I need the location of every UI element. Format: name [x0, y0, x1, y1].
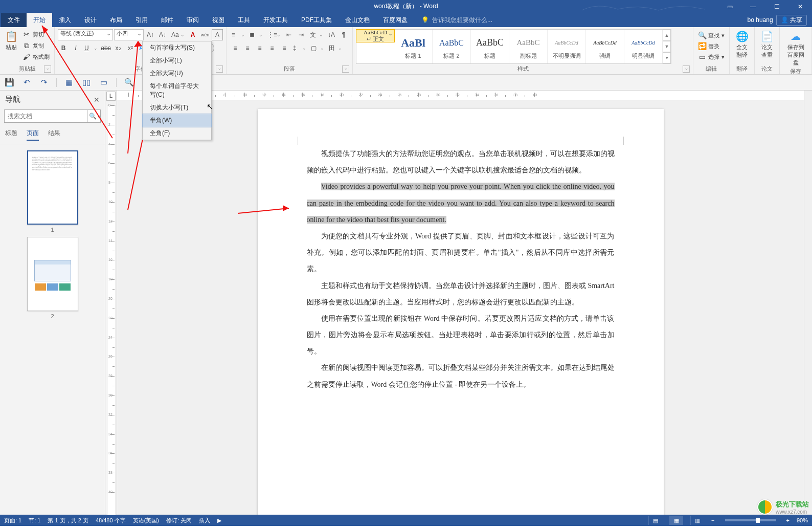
status-lang[interactable]: 英语(美国): [133, 517, 159, 524]
tab-baidu[interactable]: 百度网盘: [376, 13, 414, 27]
view-print-button[interactable]: ▦: [669, 516, 683, 525]
font-name-select[interactable]: 等线 (西文正): [58, 29, 113, 40]
underline-button[interactable]: U: [82, 42, 99, 54]
bold-button[interactable]: B: [58, 42, 69, 54]
nav-close-button[interactable]: ✕: [94, 96, 100, 104]
qat-breaks-button[interactable]: ▭: [99, 77, 109, 87]
menu-half-width[interactable]: 半角(W): [142, 114, 212, 127]
tab-view[interactable]: 视图: [206, 13, 231, 27]
menu-uppercase[interactable]: 全部大写(U): [143, 67, 211, 80]
style-subtitle[interactable]: AaBbC副标题: [509, 30, 548, 63]
menu-capitalize-each[interactable]: 每个单词首字母大写(C): [143, 80, 211, 101]
align-right-button[interactable]: ≡: [254, 42, 265, 54]
justify-button[interactable]: ≡: [266, 42, 278, 54]
grow-font-button[interactable]: A↑: [145, 29, 156, 40]
subscript-button[interactable]: x₂: [112, 42, 124, 54]
replace-button[interactable]: 🔁替换: [696, 41, 726, 51]
copy-button[interactable]: ⧉复制: [21, 40, 51, 51]
text-direction-button[interactable]: 文: [308, 29, 325, 40]
redo-button[interactable]: ↷: [39, 77, 49, 87]
status-words[interactable]: 48/480 个字: [96, 517, 126, 524]
qat-layout-button[interactable]: ▦: [64, 77, 74, 87]
ribbon-options-icon[interactable]: ▭: [718, 0, 741, 13]
menu-full-width[interactable]: 全角(F): [143, 127, 211, 140]
phonetic-guide-button[interactable]: A: [187, 29, 198, 40]
align-left-button[interactable]: ≡: [230, 42, 241, 54]
format-painter-button[interactable]: 🖌格式刷: [21, 52, 51, 62]
multilevel-button[interactable]: ⋮≡: [265, 29, 282, 40]
style-heading1[interactable]: AaBl标题 1: [394, 30, 433, 63]
nav-search-input[interactable]: [5, 110, 87, 122]
tab-layout[interactable]: 布局: [103, 13, 129, 27]
qat-find-button[interactable]: 🔍: [124, 77, 134, 87]
tab-insert[interactable]: 插入: [52, 13, 78, 27]
page-scroll[interactable]: 视频提供了功能强大的方法帮助您证明您的观点。当您单击联机视频时，可以在想要添加的…: [117, 91, 804, 515]
tab-selector[interactable]: L: [106, 92, 116, 101]
view-web-button[interactable]: ▥: [690, 516, 704, 525]
translate-button[interactable]: 🌐全文翻译: [733, 29, 751, 60]
style-heading2[interactable]: AaBbC标题 2: [433, 30, 471, 63]
tab-file[interactable]: 文件: [1, 13, 27, 27]
nav-tab-headings[interactable]: 标题: [5, 129, 17, 141]
change-case-button[interactable]: Aa: [169, 29, 186, 40]
paper-check-button[interactable]: 📄论文查重: [758, 29, 776, 60]
maximize-button[interactable]: ☐: [765, 0, 788, 13]
numbering-button[interactable]: ≣: [247, 29, 264, 40]
tell-me[interactable]: 💡告诉我您想要做什么...: [421, 13, 492, 27]
pinyin-button[interactable]: wén: [199, 29, 211, 40]
status-page[interactable]: 页面: 1: [4, 517, 21, 524]
menu-toggle-case[interactable]: 切换大小写(T): [143, 101, 211, 114]
status-section[interactable]: 节: 1: [29, 517, 40, 524]
superscript-button[interactable]: x²: [125, 42, 136, 54]
styles-launcher[interactable]: ⌵: [683, 65, 690, 73]
baidu-save-button[interactable]: ☁保存到百度网盘: [783, 29, 808, 68]
tab-design[interactable]: 设计: [78, 13, 103, 27]
sort-button[interactable]: ↓A: [326, 29, 337, 40]
font-launcher[interactable]: ⌵: [216, 65, 223, 73]
nav-tab-pages[interactable]: 页面: [27, 129, 39, 141]
status-track[interactable]: 修订: 关闭: [166, 517, 192, 524]
decrease-indent-button[interactable]: ⇤: [283, 29, 295, 40]
save-button[interactable]: 💾: [4, 77, 14, 87]
status-macro-icon[interactable]: ▶: [217, 517, 221, 524]
italic-button[interactable]: I: [70, 42, 81, 54]
doc-paragraph[interactable]: 主题和样式也有助于文档保持协调。当您单击设计并选择新的主题时，图片、图表或 Sm…: [307, 278, 615, 311]
undo-button[interactable]: ↶: [21, 77, 32, 87]
zoom-in-button[interactable]: +: [786, 517, 790, 523]
nav-tab-results[interactable]: 结果: [48, 129, 60, 141]
style-scroll[interactable]: ▲▼▾: [663, 30, 671, 63]
align-center-button[interactable]: ≡: [242, 42, 253, 54]
share-button[interactable]: 👤 共享: [776, 15, 807, 26]
user-name[interactable]: bo huang: [748, 16, 773, 24]
nav-thumb-2[interactable]: 2: [27, 237, 78, 319]
status-page-of[interactable]: 第 1 页，共 2 页: [48, 517, 88, 524]
borders-button[interactable]: 田: [327, 42, 344, 54]
vertical-ruler[interactable]: L 0246810121416182022242628303234363840: [105, 91, 117, 515]
clipboard-launcher[interactable]: ⌵: [44, 65, 51, 73]
tab-dev[interactable]: 开发工具: [257, 13, 295, 27]
vertical-scrollbar[interactable]: [804, 91, 812, 515]
doc-paragraph[interactable]: 在新的阅读视图中阅读更加容易。可以折叠文档某些部分并关注所需文本。如果在达到结尾…: [307, 360, 615, 392]
shading-button[interactable]: ▢: [309, 42, 326, 54]
view-read-button[interactable]: ▤: [648, 516, 662, 525]
nav-thumb-1[interactable]: 视频提供了功能强大的方法帮助您证明您的观点当您单击联机视频时可以在想要添加的视频…: [27, 150, 78, 233]
bullets-button[interactable]: ≡: [230, 29, 246, 40]
tab-references[interactable]: 引用: [129, 13, 154, 27]
paste-button[interactable]: 📋 粘贴: [3, 29, 19, 52]
qat-columns-button[interactable]: ▯▯: [81, 77, 92, 87]
show-marks-button[interactable]: ¶: [338, 29, 349, 40]
document-page[interactable]: 视频提供了功能强大的方法帮助您证明您的观点。当您单击联机视频时，可以在想要添加的…: [258, 109, 664, 515]
style-subtle-emphasis[interactable]: AaBbCcDd不明显强调: [548, 30, 586, 63]
tab-home[interactable]: 开始: [27, 13, 52, 27]
doc-paragraph[interactable]: 使用在需要位置出现的新按钮在 Word 中保存时间。若要更改图片适应文档的方式，…: [307, 311, 615, 360]
para-launcher[interactable]: ⌵: [342, 65, 349, 73]
cut-button[interactable]: ✂剪切: [21, 29, 51, 39]
style-emphasis[interactable]: AaBbCcDd强调: [586, 30, 624, 63]
tab-tools[interactable]: 工具: [231, 13, 257, 27]
tab-mailings[interactable]: 邮件: [154, 13, 180, 27]
increase-indent-button[interactable]: ⇥: [296, 29, 307, 40]
style-intense-emphasis[interactable]: AaBbCcDd明显强调: [624, 30, 663, 63]
font-size-select[interactable]: 小四: [114, 29, 144, 40]
doc-paragraph-selected[interactable]: Video provides a powerful way to help yo…: [307, 179, 615, 228]
find-button[interactable]: 🔍查找 ▾: [696, 30, 726, 40]
